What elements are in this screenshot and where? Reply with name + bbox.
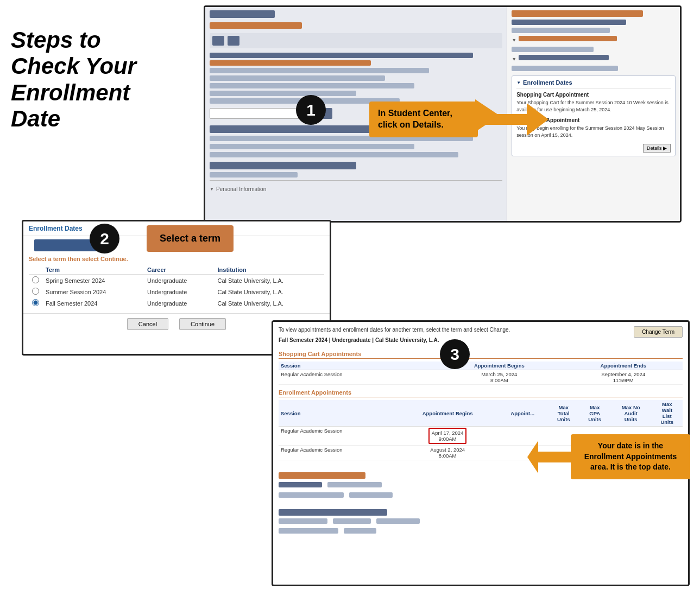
- title-line4: Date: [11, 106, 60, 131]
- personal-info-label: Personal Information: [210, 186, 502, 192]
- max-no-audit-col: Max NoAuditUnits: [610, 400, 652, 427]
- p1-nav-icon1: [212, 36, 224, 46]
- svg-marker-1: [527, 441, 571, 473]
- term-institution: Cal State University, L.A.: [215, 297, 324, 309]
- term-name: Fall Semester 2024: [42, 297, 144, 309]
- enroll-session-col: Session: [279, 400, 398, 427]
- arrow1-callout-wrapper: In Student Center, click on Details.: [369, 100, 548, 138]
- enroll-appt-col: Appoint...: [497, 400, 548, 427]
- p1-footer: Personal Information: [210, 180, 502, 192]
- term-table: Term Career Institution Spring Semester …: [29, 265, 324, 309]
- term-name: Spring Semester 2024: [42, 275, 144, 287]
- change-term-button[interactable]: Change Term: [634, 326, 683, 338]
- arrow3-callout: Your date is in the Enrollment Appointme…: [571, 434, 690, 479]
- step1-circle: 1: [296, 95, 326, 125]
- step3-circle: 3: [440, 339, 470, 369]
- enrollment-section-title: Enrollment Appointments: [279, 389, 683, 397]
- select-term-instruction: Select a term then select Continue.: [29, 256, 324, 262]
- enroll-begins-col: Appointment Begins: [398, 400, 497, 427]
- shopping-cart-row: Regular Academic Session March 25, 20248…: [279, 370, 683, 385]
- title-line3: Enrollment: [11, 80, 130, 105]
- enroll-session: Regular Academic Session: [279, 427, 398, 446]
- title-line1: Steps to: [11, 27, 101, 53]
- panel2-content: Select a term then select Continue. Term…: [23, 251, 330, 313]
- term-table-row[interactable]: Summer Session 2024 Undergraduate Cal St…: [29, 286, 324, 297]
- panel2-header-label: Enrollment Dates: [29, 225, 83, 232]
- session-col-header: Session: [279, 362, 434, 370]
- arrow3-text: Your date is in the Enrollment Appointme…: [584, 441, 677, 471]
- arrow1-callout: In Student Center, click on Details.: [369, 102, 478, 137]
- term-career: Undergraduate: [144, 286, 215, 297]
- p1-orange-bar: [210, 22, 302, 29]
- enroll-session: Regular Academic Session: [279, 446, 398, 460]
- term-name: Summer Session 2024: [42, 286, 144, 297]
- term-radio-cell[interactable]: [29, 275, 42, 287]
- main-title: Steps to Check Your Enrollment Date: [11, 27, 157, 132]
- term-institution: Cal State University, L.A.: [215, 275, 324, 287]
- title-line2: Check Your: [11, 53, 136, 79]
- max-gpa-col: MaxGPAUnits: [579, 400, 610, 427]
- details-button[interactable]: Details ▶: [643, 144, 671, 153]
- panel3-bottom: [273, 469, 688, 539]
- term-table-row[interactable]: Spring Semester 2024 Undergraduate Cal S…: [29, 275, 324, 287]
- term-col-term: Term: [42, 265, 144, 275]
- sc-begins: March 25, 20248:00AM: [434, 370, 564, 385]
- panel3-term-info: Fall Semester 2024 | Undergraduate | Cal…: [279, 337, 683, 343]
- term-radio-cell[interactable]: [29, 297, 42, 309]
- shopping-cart-appt-title: Shopping Cart Appointment: [516, 92, 671, 98]
- shopping-cart-section-title: Shopping Cart Appointments: [279, 351, 683, 359]
- sc-session: Regular Academic Session: [279, 370, 434, 385]
- p1-nav-icon2: [228, 36, 239, 46]
- shopping-cart-table: Session Appointment Begins Appointment E…: [279, 362, 683, 385]
- select-term-label: Select a term: [160, 233, 220, 244]
- term-career: Undergraduate: [144, 297, 215, 309]
- term-radio-cell[interactable]: [29, 286, 42, 297]
- step2-circle: 2: [90, 224, 119, 253]
- p1-rows: [210, 53, 502, 104]
- term-institution: Cal State University, L.A.: [215, 286, 324, 297]
- enroll-begins-date: August 2, 20248:00AM: [398, 446, 497, 460]
- sc-ends: September 4, 202411:59PM: [564, 370, 683, 385]
- enroll-begins-date: April 17, 20249:00AM: [398, 427, 497, 446]
- arrow1-text: In Student Center, click on Details.: [378, 109, 452, 129]
- term-table-row[interactable]: Fall Semester 2024 Undergraduate Cal Sta…: [29, 297, 324, 309]
- term-col-institution: Institution: [215, 265, 324, 275]
- continue-button[interactable]: Continue: [179, 318, 226, 330]
- arrow3-with-callout: Your date is in the Enrollment Appointme…: [527, 434, 690, 479]
- enrollment-dates-title: Enrollment Dates: [516, 79, 671, 88]
- max-wait-col: MaxWaitListUnits: [652, 400, 683, 427]
- term-col-career: Career: [144, 265, 215, 275]
- term-col-radio: [29, 265, 42, 275]
- p1-right-bars: ▼ ▼: [512, 10, 676, 71]
- panel3-intro: To view appointments and enrollment date…: [279, 326, 683, 334]
- arrow3-svg: [527, 441, 571, 473]
- select-term-callout: Select a term: [147, 225, 234, 252]
- cancel-button[interactable]: Cancel: [127, 318, 168, 330]
- appt-ends-col-header: Appointment Ends: [564, 362, 683, 370]
- panel3-term-row: Change Term Fall Semester 2024 | Undergr…: [279, 337, 683, 347]
- max-total-col: MaxTotalUnits: [548, 400, 579, 427]
- arrow3-wrapper: Your date is in the Enrollment Appointme…: [527, 434, 690, 479]
- p1-top-bar: [210, 10, 275, 18]
- term-career: Undergraduate: [144, 275, 215, 287]
